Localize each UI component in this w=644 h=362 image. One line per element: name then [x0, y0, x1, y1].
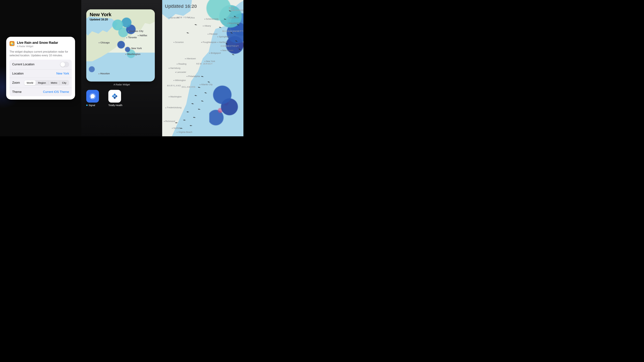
radar-map-large: Lake Ontario NEW YORKNEW HAMPSHIREMASSAC…	[162, 0, 244, 136]
radar-app-icon	[10, 41, 14, 46]
settings-description: The widget displays current precipitatio…	[10, 50, 72, 57]
row-location[interactable]: Location New York	[10, 69, 72, 78]
settings-panel: Live Rain and Snow Radar A Radar Widget …	[0, 0, 81, 136]
settings-subtitle: A Radar Widget	[17, 45, 58, 48]
wind-arrow-icon	[192, 103, 194, 104]
zoom-label: Zoom	[12, 81, 20, 84]
zoom-segmented: WorldRegionMetroCity	[24, 80, 69, 85]
apps-row: SignalTotally Health	[86, 90, 157, 107]
wind-arrow-icon	[194, 95, 197, 96]
widget-caption: A Radar Widget	[86, 83, 157, 86]
location-value: New York	[56, 72, 69, 75]
widget-header: New York Updated 16:20	[90, 12, 111, 21]
wind-arrow-icon	[186, 32, 189, 33]
wind-arrow-icon	[224, 19, 226, 20]
map-city-label: Washington	[126, 53, 140, 55]
home-screen-panel: Quebec CityHalifaxTorontoChicagoNew York…	[81, 0, 162, 136]
map-city-label: Quebec City	[128, 30, 144, 32]
theme-label: Theme	[12, 90, 22, 94]
wind-arrow-icon	[201, 101, 204, 102]
widget-updated-time: Updated 16:20	[90, 18, 111, 21]
settings-group: Current Location Location New York Zoom …	[10, 60, 72, 96]
wind-arrow-icon	[204, 92, 207, 93]
wind-arrow-icon	[198, 87, 200, 88]
wind-arrow-icon	[238, 49, 241, 50]
wind-arrow-icon	[230, 32, 233, 33]
zoom-option-region[interactable]: Region	[36, 80, 48, 85]
wind-arrow-icon	[236, 40, 238, 42]
map-city-label: Toronto	[126, 36, 137, 39]
widget-settings-card: Live Rain and Snow Radar A Radar Widget …	[6, 37, 75, 99]
wind-arrow-icon	[198, 109, 200, 110]
app-totally-health[interactable]: Totally Health	[108, 90, 127, 107]
fullscreen-radar-panel[interactable]: Lake Ontario NEW YORKNEW HAMPSHIREMASSAC…	[162, 0, 244, 136]
wind-arrow-icon	[232, 54, 234, 55]
settings-header: Live Rain and Snow Radar A Radar Widget	[10, 41, 72, 48]
map-city-label: Houston	[98, 72, 110, 75]
wind-arrow-icon	[183, 120, 186, 120]
wind-arrow-icon	[193, 117, 196, 118]
row-zoom: Zoom WorldRegionMetroCity	[10, 78, 72, 88]
wind-arrow-icon	[229, 10, 231, 12]
wind-arrow-icon	[175, 123, 178, 123]
current-location-label: Current Location	[12, 63, 34, 66]
wind-arrow-icon	[186, 112, 189, 112]
settings-title: Live Rain and Snow Radar	[17, 41, 58, 45]
app-signal[interactable]: Signal	[86, 90, 105, 107]
app-icon	[108, 90, 121, 103]
wind-arrow-icon	[237, 24, 239, 25]
wind-arrow-icon	[219, 27, 221, 28]
radar-widget[interactable]: Quebec CityHalifaxTorontoChicagoNew York…	[86, 9, 155, 81]
current-location-toggle[interactable]	[60, 62, 69, 67]
app-label: Totally Health	[108, 104, 127, 107]
app-label: Signal	[86, 104, 105, 107]
theme-value: Current iOS Theme	[43, 90, 69, 94]
wind-arrow-icon	[194, 24, 197, 25]
row-current-location: Current Location	[10, 60, 72, 69]
notification-dot-icon	[86, 105, 88, 106]
zoom-option-city[interactable]: City	[60, 80, 69, 85]
large-map-updated-time: Updated 16:20	[165, 4, 197, 9]
wind-arrow-icon	[201, 76, 204, 77]
wind-arrow-icon	[234, 16, 236, 17]
zoom-option-world[interactable]: World	[24, 80, 36, 85]
location-label: Location	[12, 72, 24, 75]
zoom-option-metro[interactable]: Metro	[48, 80, 60, 85]
wind-arrow-icon	[226, 43, 228, 44]
map-city-label: New York	[130, 47, 142, 50]
app-icon	[86, 90, 99, 103]
map-city-label: Chicago	[98, 41, 110, 44]
row-theme[interactable]: Theme Current iOS Theme	[10, 88, 72, 96]
map-city-label: Halifax	[138, 34, 147, 37]
wind-arrow-icon	[208, 81, 210, 82]
widget-location-title: New York	[90, 12, 111, 17]
wind-arrow-icon	[190, 125, 192, 126]
wind-arrow-icon	[180, 128, 182, 128]
